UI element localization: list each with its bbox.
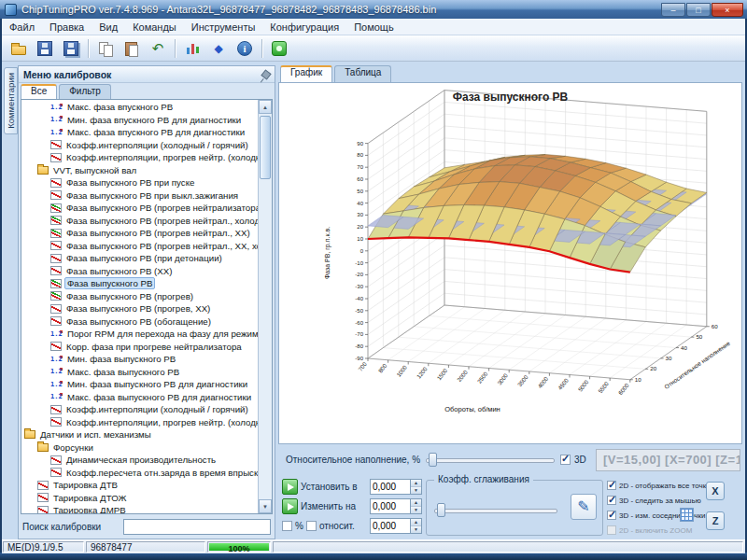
- minimize-button[interactable]: –: [661, 3, 685, 17]
- calibration-search-input[interactable]: [123, 519, 271, 535]
- paste-button[interactable]: [120, 37, 144, 60]
- menu-item[interactable]: Правка: [42, 20, 92, 35]
- menu-item[interactable]: Вид: [92, 20, 125, 35]
- curve-icon: [37, 506, 49, 513]
- smoothing-slider-thumb[interactable]: [437, 503, 445, 517]
- tree-item[interactable]: Фаза выпускного РВ (при детонации): [21, 252, 258, 265]
- tree-item[interactable]: Фаза выпускного РВ (прогрев нейтрализато…: [21, 202, 258, 215]
- tree-item[interactable]: Фаза выпускного РВ (прогрев нейтрал., XX…: [21, 227, 258, 240]
- tree-item[interactable]: Фаза выпускного РВ (прогрев): [21, 290, 258, 303]
- 3d-checkbox[interactable]: [560, 455, 571, 465]
- chart-area[interactable]: -90-80-70-60-50-40-30-20-100102030405060…: [278, 82, 742, 444]
- info-button[interactable]: [233, 37, 257, 60]
- tree-item[interactable]: Макс. фаза впускного РВ: [21, 101, 258, 114]
- save-button[interactable]: [33, 37, 57, 60]
- option-checkbox[interactable]: [607, 496, 616, 505]
- set-spin-down[interactable]: [411, 487, 421, 494]
- chart-button[interactable]: [180, 37, 204, 60]
- smoothing-slider[interactable]: [434, 503, 557, 518]
- tree-item[interactable]: Фаза выпускного РВ при пуске: [21, 176, 258, 189]
- menu-item[interactable]: Инструменты: [184, 20, 263, 35]
- compare-button[interactable]: [206, 37, 231, 60]
- set-value-input[interactable]: [371, 480, 410, 494]
- apply-change-button[interactable]: [282, 498, 298, 514]
- tree-item[interactable]: Макс. фаза впускного РВ для диагностики: [21, 126, 258, 139]
- comments-side-tab[interactable]: Комментарии: [4, 67, 18, 134]
- tree-item[interactable]: Фаза выпускного РВ (прогрев нейтрал., хо…: [21, 215, 258, 228]
- z-axis-button[interactable]: Z: [706, 511, 725, 530]
- tab-filter[interactable]: Фильтр: [59, 84, 111, 99]
- tree-item[interactable]: Мин. фаза впускного РВ для диагностики: [21, 114, 258, 127]
- scrollbar-thumb[interactable]: [260, 116, 271, 179]
- grid-mode-button[interactable]: [680, 508, 694, 522]
- relative-checkbox[interactable]: [306, 521, 317, 531]
- tree-item[interactable]: Коэфф.интерполяции (холодный / горячий): [21, 403, 258, 416]
- x-axis-button[interactable]: X: [706, 482, 725, 500]
- tree-item[interactable]: Коэфф.интерполяции, прогрев нейтр. (холо…: [21, 416, 258, 429]
- pin-icon[interactable]: [261, 69, 271, 79]
- tree-item[interactable]: Фаза выпускного РВ при выкл.зажигания: [21, 189, 258, 203]
- change-spin-up[interactable]: [411, 499, 421, 507]
- menu-item[interactable]: Конфигурация: [262, 20, 346, 35]
- percent-checkbox[interactable]: [282, 521, 292, 531]
- tree-item[interactable]: Фаза выпускного РВ (обогащение): [21, 315, 258, 329]
- tree-item[interactable]: Фаза выпускного РВ (прогрев нейтрал., XX…: [21, 240, 258, 253]
- tree-item[interactable]: Коэфф.интерполяции, прогрев нейтр. (холо…: [21, 151, 258, 164]
- tree-item-label: Макс. фаза выпускного РВ для диагностики: [65, 392, 253, 402]
- fill-slider[interactable]: [426, 453, 555, 468]
- relative-value-input[interactable]: [371, 519, 410, 533]
- title-bar[interactable]: ChipTuningPRO ver.7.4.8.969 - Antara32L_…: [0, 0, 747, 19]
- tree-item[interactable]: Фаза выпускного РВ (XX): [21, 265, 258, 278]
- tree-item[interactable]: Коэфф.пересчета отн.заряда в время впрыс…: [21, 467, 258, 480]
- scroll-up-button[interactable]: [259, 100, 272, 114]
- tree-item[interactable]: Макс. фаза выпускного РВ: [21, 366, 258, 379]
- comments-tab-label: Комментарии: [6, 73, 16, 129]
- menu-item[interactable]: Файл: [2, 20, 42, 35]
- option-checkbox[interactable]: [607, 511, 616, 520]
- apply-set-button[interactable]: [282, 479, 298, 495]
- window-frame-bottom: [0, 553, 747, 560]
- copy-button[interactable]: [93, 37, 118, 60]
- undo-button[interactable]: [146, 37, 170, 60]
- tab-all[interactable]: Все: [21, 84, 57, 99]
- option-checkbox[interactable]: [607, 481, 616, 490]
- menu-item[interactable]: Помощь: [346, 20, 402, 35]
- tree-item[interactable]: Динамическая производительность: [21, 454, 258, 467]
- tree-item[interactable]: Форсунки: [21, 441, 258, 455]
- tree-item[interactable]: Коэфф.интерполяции (холодный / горячий): [21, 139, 258, 152]
- change-value-input[interactable]: [371, 499, 410, 513]
- tree-item[interactable]: Датчики и исп. механизмы: [21, 428, 258, 441]
- relative-spin-up[interactable]: [411, 519, 421, 526]
- edit-surface-button[interactable]: [571, 494, 597, 520]
- relative-spin-down[interactable]: [411, 526, 421, 533]
- menu-item[interactable]: Команды: [125, 20, 184, 35]
- close-button[interactable]: ×: [712, 3, 743, 17]
- chart-text: 5000: [576, 378, 589, 393]
- tab-table[interactable]: Таблица: [334, 65, 391, 82]
- tree-item[interactable]: Макс. фаза выпускного РВ для диагностики: [21, 391, 258, 404]
- tree-item[interactable]: Порог RPM для перехода на фазу для режим…: [21, 328, 258, 341]
- change-spin-down[interactable]: [411, 507, 421, 513]
- scroll-down-button[interactable]: [259, 499, 272, 513]
- surface-chart[interactable]: -90-80-70-60-50-40-30-20-100102030405060…: [279, 83, 741, 443]
- tree-item[interactable]: Мин. фаза выпускного РВ для диагностики: [21, 378, 258, 391]
- tree-item[interactable]: Тарировка ДМРВ: [21, 504, 258, 513]
- open-button[interactable]: [7, 37, 31, 60]
- tree-item[interactable]: VVT, выпускной вал: [21, 164, 258, 177]
- option-checkbox[interactable]: [607, 525, 616, 535]
- save-all-button[interactable]: [59, 37, 83, 60]
- set-spin-up[interactable]: [411, 480, 421, 487]
- tree-item[interactable]: Фаза выпускного РВ (прогрев, XX): [21, 302, 258, 315]
- chart-line: [414, 327, 676, 348]
- tree-item[interactable]: Тарировка ДТОЖ: [21, 492, 258, 505]
- tree-item[interactable]: Корр. фаза при прогреве нейтрализатора: [21, 341, 258, 354]
- fill-slider-thumb[interactable]: [429, 453, 437, 467]
- tree-item[interactable]: Фаза выпускного РВ: [21, 277, 258, 290]
- connect-button[interactable]: [267, 37, 291, 60]
- tree-scrollbar[interactable]: [258, 100, 272, 513]
- curve-icon: [37, 481, 49, 490]
- maximize-button[interactable]: □: [686, 3, 711, 17]
- tree-item[interactable]: Тарировка ДТВ: [21, 479, 258, 492]
- tree-item[interactable]: Мин. фаза выпускного РВ: [21, 353, 258, 366]
- tab-graph[interactable]: График: [280, 65, 332, 82]
